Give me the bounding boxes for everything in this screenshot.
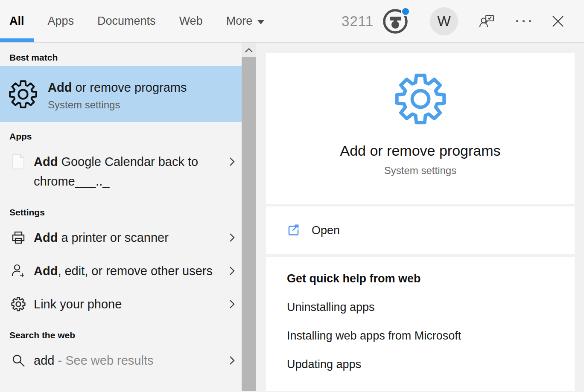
open-action-label: Open [312,224,340,237]
result-title: Link your phone [34,294,228,314]
avatar[interactable]: W [430,7,458,35]
preview-hero-card: Add or remove programs System settings [266,53,575,204]
close-icon[interactable] [552,15,564,28]
chevron-right-icon [228,152,236,171]
preview-panel: Add or remove programs System settings O… [256,43,584,391]
tab-apps[interactable]: Apps [48,0,74,42]
section-header-search-the-web: Search the web [9,330,231,340]
printer-icon [11,228,26,247]
result-title: Add a printer or scanner [34,228,228,247]
tab-apps-label: Apps [48,15,74,28]
chevron-down-icon [257,20,264,24]
result-web-search-add[interactable]: add - See web results [0,344,242,377]
preview-title: Add or remove programs [340,142,500,159]
preview-subtitle: System settings [384,165,456,177]
gear-icon [394,73,447,125]
result-add-printer-or-scanner[interactable]: Add a printer or scanner [0,221,242,254]
result-add-or-remove-programs[interactable]: Add or remove programs System settings [0,66,242,122]
chevron-right-icon [228,294,236,314]
filter-tabs: All Apps Documents Web More [9,0,264,42]
open-external-icon [287,224,300,236]
active-tab-indicator [0,38,34,42]
avatar-initial: W [437,13,450,29]
result-add-edit-remove-users[interactable]: Add, edit, or remove other users [0,254,242,287]
tab-documents[interactable]: Documents [97,0,156,42]
more-options-icon[interactable] [516,20,531,22]
notification-badge [401,7,410,16]
top-bar-actions: 3211 W [342,7,564,35]
help-link-installing-web-apps[interactable]: Installing web apps from Microsoft [287,329,558,343]
tab-more-label: More [226,15,253,28]
tab-more[interactable]: More [226,0,265,42]
result-link-your-phone[interactable]: Link your phone [0,287,242,321]
tab-documents-label: Documents [97,15,156,28]
section-header-best-match: Best match [9,52,231,63]
results-scrollbar[interactable] [242,43,256,391]
result-title: add - See web results [34,351,228,370]
person-add-icon [11,261,26,281]
result-subtitle: System settings [48,99,187,111]
chevron-right-icon [228,351,236,370]
search-results-panel: Best match Add or remove programs System… [0,43,242,391]
scrollbar-up-button[interactable] [242,43,256,57]
document-icon [11,152,26,171]
result-title: Add or remove programs [48,78,187,97]
rewards-medal-icon[interactable] [382,8,409,35]
chevron-right-icon [228,261,236,281]
open-action-row[interactable]: Open [266,206,575,254]
quick-help-title: Get quick help from web [287,272,558,285]
scrollbar-thumb[interactable] [242,57,256,391]
tab-web[interactable]: Web [179,0,203,42]
section-header-apps: Apps [9,131,231,142]
search-icon [11,351,26,370]
result-add-google-calendar[interactable]: Add Google Calendar back to chrome___.._ [0,145,242,198]
help-link-uninstalling-apps[interactable]: Uninstalling apps [287,301,558,314]
chevron-right-icon [228,228,236,247]
gear-icon [9,80,38,109]
help-link-updating-apps[interactable]: Updating apps [287,358,558,371]
section-header-settings: Settings [9,207,231,218]
feedback-icon[interactable] [479,13,496,30]
tab-all-label: All [9,15,24,28]
tab-web-label: Web [179,15,203,28]
result-title: Add, edit, or remove other users [34,261,228,281]
result-title: Add Google Calendar back to chrome___.._ [34,152,228,191]
quick-help-card: Get quick help from web Uninstalling app… [266,257,575,391]
search-top-bar: All Apps Documents Web More 3211 W [0,0,584,43]
tab-all[interactable]: All [9,0,24,42]
gear-icon [11,294,26,314]
rewards-points-count: 3211 [342,13,374,29]
